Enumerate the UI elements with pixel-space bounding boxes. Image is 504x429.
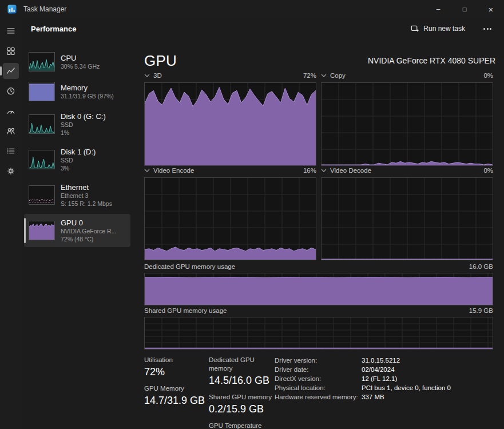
sidebar-item-disk1[interactable]: Disk 1 (D:) SSD 3% [24, 143, 130, 176]
engine-value: 0% [483, 72, 493, 79]
engine-label: Copy [330, 72, 346, 79]
stat-label: GPU Memory [144, 384, 205, 393]
sidebar-item-memory[interactable]: Memory 31.1/31.9 GB (97%) [24, 78, 130, 105]
video-decode-chart [321, 177, 493, 260]
sidebar-item-sub: 31.1/31.9 GB (97%) [61, 93, 114, 101]
nav-services[interactable] [3, 163, 19, 179]
stat-driver-version: Driver version: 31.0.15.5212 [275, 356, 493, 365]
window-controls: – □ × [425, 0, 504, 18]
chart-label-video-encode: Video Encode 16% [144, 167, 316, 174]
sidebar-item-sub: NVIDIA GeForce R... [61, 228, 116, 236]
nav-performance[interactable] [3, 63, 19, 79]
dedicated-memory-label: Dedicated GPU memory usage [144, 263, 235, 270]
task-manager-window: Task Manager – □ × [0, 0, 504, 429]
engine-value: 72% [303, 72, 316, 79]
stat-value: 31.0.15.5212 [362, 356, 400, 365]
sidebar-item-cpu[interactable]: CPU 30% 5.34 GHz [24, 48, 130, 76]
processes-icon [6, 46, 15, 55]
more-options-button[interactable] [479, 26, 496, 32]
users-icon [6, 126, 15, 136]
chevron-down-icon[interactable] [144, 74, 150, 77]
gpu-panel-header: GPU NVIDIA GeForce RTX 4080 SUPER [144, 50, 495, 71]
stat-label: Hardware reserved memory: [275, 392, 362, 402]
minimize-button[interactable]: – [425, 0, 451, 18]
disk1-mini-chart [29, 150, 55, 169]
chevron-down-icon[interactable] [321, 169, 327, 172]
hamburger-icon [6, 26, 15, 35]
chevron-down-icon[interactable] [321, 74, 327, 77]
nav-details[interactable] [3, 143, 19, 159]
window-title: Task Manager [23, 5, 66, 13]
app-history-icon [6, 86, 15, 96]
shared-memory-label: Shared GPU memory usage [144, 307, 227, 314]
disk0-mini-chart [29, 114, 55, 134]
stat-value: 02/04/2024 [362, 365, 395, 374]
services-icon [6, 166, 15, 176]
chart-label-copy: Copy 0% [321, 72, 493, 79]
video-encode-chart [144, 177, 316, 260]
stat-label: Driver version: [275, 356, 362, 365]
ethernet-mini-chart [29, 185, 55, 205]
stat-value: 72% [144, 364, 205, 379]
sidebar-item-gpu0[interactable]: GPU 0 NVIDIA GeForce R... 72% (48 °C) [24, 214, 130, 247]
close-button[interactable]: × [478, 0, 504, 18]
engine-value: 16% [303, 167, 316, 174]
engine-label: 3D [153, 72, 162, 79]
stat-driver-date: Driver date: 02/04/2024 [275, 365, 493, 374]
shared-memory-chart [144, 317, 493, 349]
engine-value: 0% [483, 167, 493, 174]
task-manager-icon [7, 5, 17, 14]
stat-hardware-reserved-memory: Hardware reserved memory: 337 MB [275, 392, 493, 402]
details-icon [6, 146, 15, 156]
stat-label: Driver date: [275, 365, 362, 374]
run-new-task-icon [411, 25, 419, 33]
memory-mini-chart [29, 82, 55, 101]
stat-utilisation: Utilisation 72% [144, 356, 205, 379]
gpu-copy-chart [321, 82, 493, 166]
nav-processes[interactable] [3, 43, 19, 59]
sidebar-item-disk0[interactable]: Disk 0 (G: C:) SSD 1% [24, 108, 130, 141]
sidebar-item-title: Ethernet [61, 182, 112, 192]
stat-value: 14.7/31.9 GB [144, 393, 205, 408]
titlebar: Task Manager – □ × [0, 0, 504, 18]
nav-app-history[interactable] [3, 83, 19, 99]
shared-memory-label-row: Shared GPU memory usage 15.9 GB [144, 307, 493, 314]
sidebar-item-title: Memory [61, 83, 114, 93]
nav-startup-apps[interactable] [3, 103, 19, 119]
menu-button[interactable] [3, 23, 19, 39]
stat-label: GPU Temperature [209, 422, 272, 429]
sidebar-item-title: CPU [61, 53, 100, 63]
more-options-icon [483, 28, 485, 30]
sidebar-item-sub: SSD [61, 121, 106, 129]
page-title: Performance [31, 25, 76, 33]
dedicated-memory-chart [144, 273, 493, 305]
stat-gpu-temperature: GPU Temperature 48 °C [209, 422, 272, 429]
performance-sidebar: CPU 30% 5.34 GHz Memory 31.1/31.9 GB (97… [24, 48, 130, 249]
engine-label: Video Decode [330, 167, 371, 174]
performance-header: Performance Run new task [22, 18, 504, 39]
run-new-task-button[interactable]: Run new task [406, 22, 470, 36]
stat-value: PCI bus 1, device 0, function 0 [362, 383, 451, 392]
shared-memory-max: 15.9 GB [469, 307, 493, 314]
stats-column-3: Driver version: 31.0.15.5212 Driver date… [275, 356, 493, 402]
sidebar-item-sub2: 1% [61, 129, 106, 137]
stat-value: 337 MB [362, 392, 384, 402]
nav-users[interactable] [3, 123, 19, 139]
chevron-down-icon[interactable] [144, 169, 150, 172]
sidebar-item-sub2: 72% (48 °C) [61, 236, 116, 244]
stats-column-1: Utilisation 72% GPU Memory 14.7/31.9 GB [144, 356, 205, 413]
stat-gpu-memory: GPU Memory 14.7/31.9 GB [144, 384, 205, 408]
stat-label: Shared GPU memory [209, 393, 272, 402]
sidebar-item-title: Disk 1 (D:) [61, 147, 96, 157]
cpu-mini-chart [29, 52, 55, 72]
chart-label-video-decode: Video Decode 0% [321, 167, 493, 174]
dedicated-memory-max: 16.0 GB [469, 263, 493, 270]
sidebar-item-ethernet[interactable]: Ethernet Ethernet 3 S: 155 R: 1.2 Mbps [24, 178, 130, 212]
maximize-button[interactable]: □ [451, 0, 478, 18]
nav-rail [0, 18, 22, 429]
dedicated-memory-label-row: Dedicated GPU memory usage 16.0 GB [144, 263, 493, 270]
stat-value: 0.2/15.9 GB [209, 402, 272, 416]
sidebar-item-title: GPU 0 [61, 218, 116, 228]
sidebar-item-sub: 30% 5.34 GHz [61, 63, 100, 71]
startup-apps-icon [6, 106, 15, 116]
